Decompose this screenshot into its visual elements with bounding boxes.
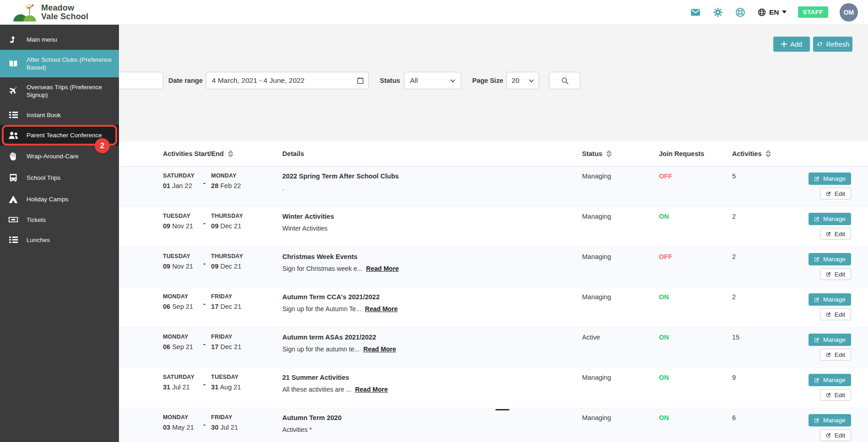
- sort-icon[interactable]: [766, 150, 771, 157]
- search-button[interactable]: [549, 72, 580, 89]
- sidebar-item-lunches[interactable]: Lunches: [0, 230, 119, 250]
- plane-icon: [0, 86, 27, 96]
- details-cell: 2022 Spring Term After School Clubs .Rea…: [282, 172, 582, 202]
- table-row: MONDAY 06 Sep 21 FRIDAY 17 Dec 21 Autumn…: [119, 287, 868, 328]
- edit-button[interactable]: Edit: [820, 349, 851, 361]
- ticket-icon: [0, 216, 27, 224]
- edit-button[interactable]: Edit: [820, 268, 851, 280]
- manage-button[interactable]: Manage: [809, 334, 851, 346]
- column-details: Details: [282, 150, 582, 157]
- read-more-link[interactable]: Read More: [363, 345, 396, 353]
- actions-cell: Manage Edit: [782, 172, 851, 202]
- list-icon: [0, 111, 27, 119]
- manage-button[interactable]: Manage: [809, 172, 851, 185]
- activities-count-cell: 2: [732, 293, 782, 323]
- activity-title: Winter Activities: [282, 213, 582, 220]
- annotation-step-badge: 2: [95, 138, 110, 153]
- column-activities[interactable]: Activities: [732, 150, 782, 157]
- sort-icon[interactable]: [606, 150, 612, 157]
- level-up-icon: [0, 35, 27, 44]
- sidebar-item-main-menu[interactable]: Main menu: [0, 29, 119, 50]
- manage-button[interactable]: Manage: [809, 374, 851, 386]
- status-select[interactable]: All: [404, 72, 461, 89]
- sidebar-item-parent-teacher-conference[interactable]: Parent Teacher Conference 2: [0, 125, 119, 146]
- calendar-button[interactable]: [352, 72, 369, 89]
- filter-text-input[interactable]: [112, 72, 163, 89]
- join-requests-cell: ON: [659, 213, 732, 243]
- join-requests-cell: ON: [659, 374, 732, 404]
- chevron-down-icon: [782, 11, 787, 14]
- read-more-link[interactable]: Read More: [366, 265, 399, 272]
- language-selector[interactable]: EN: [757, 8, 787, 17]
- manage-button[interactable]: Manage: [809, 293, 851, 306]
- settings-gear-icon[interactable]: [712, 7, 723, 18]
- sidebar-item-school-trips[interactable]: School Trips: [0, 167, 119, 189]
- activity-subtitle: Winter Activities: [282, 225, 328, 232]
- manage-button[interactable]: Manage: [809, 253, 851, 265]
- dates-cell: MONDAY 06 Sep 21 FRIDAY 17 Dec 21: [163, 334, 282, 363]
- users-icon: [0, 131, 27, 140]
- edit-button[interactable]: Edit: [820, 429, 851, 441]
- status-cell: Managing: [582, 374, 659, 404]
- app-window: Meadow Vale School EN STAFF OM: [0, 0, 868, 442]
- join-requests-cell: ON: [659, 334, 732, 363]
- column-activities-start-end[interactable]: Activities Start/End: [163, 150, 282, 157]
- activities-count-cell: 15: [732, 334, 782, 363]
- edit-button[interactable]: Edit: [820, 389, 851, 401]
- date-separator: [203, 420, 205, 442]
- bus-icon: [0, 173, 27, 183]
- edit-pencil-icon: [826, 231, 831, 237]
- edit-pencil-icon: [814, 377, 820, 383]
- help-lifering-icon[interactable]: [735, 7, 746, 18]
- date-separator: [203, 179, 205, 202]
- edit-pencil-icon: [814, 417, 820, 423]
- edit-pencil-icon: [814, 337, 820, 343]
- date-range-input[interactable]: 4 March, 2021 - 4 June, 2022: [206, 72, 352, 89]
- sidebar-item-tickets[interactable]: Tickets: [0, 210, 119, 230]
- edit-pencil-icon: [826, 392, 831, 398]
- manage-button[interactable]: Manage: [809, 414, 851, 426]
- activities-count-cell: 2: [732, 253, 782, 283]
- actions-cell: Manage Edit: [782, 414, 851, 442]
- activities-count-cell: 2: [732, 213, 782, 243]
- edit-button[interactable]: Edit: [820, 188, 851, 199]
- manage-button[interactable]: Manage: [809, 213, 851, 225]
- user-avatar[interactable]: OM: [840, 3, 858, 22]
- messages-icon[interactable]: [690, 7, 701, 18]
- edit-pencil-icon: [826, 352, 831, 357]
- activity-title: Autumn term ASAs 2021/2022: [282, 334, 582, 341]
- edit-button[interactable]: Edit: [820, 228, 851, 240]
- dates-cell: TUESDAY 09 Nov 21 THURSDAY 09 Dec 21: [163, 213, 282, 243]
- join-requests-cell: OFF: [659, 172, 732, 202]
- join-requests-cell: ON: [659, 293, 732, 323]
- status-cell: Managing: [582, 213, 659, 243]
- sidebar-nav: Main menu After School Clubs (Preference…: [0, 24, 119, 442]
- edit-pencil-icon: [826, 432, 831, 438]
- activities-count-cell: 5: [732, 172, 782, 202]
- edit-pencil-icon: [814, 256, 820, 262]
- sidebar-item-holiday-camps[interactable]: Holiday Camps: [0, 189, 119, 210]
- filter-bar: Date range 4 March, 2021 - 4 June, 2022 …: [0, 72, 868, 89]
- column-status[interactable]: Status: [582, 150, 659, 157]
- read-more-link[interactable]: Read More: [355, 386, 388, 393]
- read-more-link[interactable]: Read More: [365, 305, 398, 313]
- sidebar-item-after-school-clubs[interactable]: After School Clubs (Preference Based): [0, 50, 119, 77]
- sidebar-item-instant-book[interactable]: Instant Book: [0, 105, 119, 125]
- page-size-select[interactable]: 20: [507, 72, 539, 89]
- role-badge: STAFF: [798, 6, 829, 18]
- dates-cell: SATURDAY 31 Jul 21 TUESDAY 31 Aug 21: [163, 374, 282, 404]
- table-body: SATURDAY 01 Jan 22 MONDAY 28 Feb 22 2022…: [119, 167, 868, 442]
- edit-button[interactable]: Edit: [820, 308, 851, 320]
- details-cell: Autumn Term CCA's 2021/2022 Sign up for …: [282, 293, 582, 323]
- add-button[interactable]: Add: [773, 37, 810, 52]
- list-icon: [0, 236, 27, 244]
- sidebar-item-overseas-trips[interactable]: Overseas Trips (Preference Signup): [0, 77, 119, 105]
- school-name: Meadow Vale School: [41, 4, 88, 21]
- chevron-down-icon: [450, 79, 455, 82]
- edit-pencil-icon: [814, 296, 820, 302]
- plus-icon: [781, 41, 787, 47]
- sort-icon[interactable]: [228, 150, 233, 157]
- refresh-button[interactable]: Refresh: [813, 37, 852, 52]
- actions-cell: Manage Edit: [782, 253, 851, 283]
- activities-count-cell: 6: [732, 414, 782, 442]
